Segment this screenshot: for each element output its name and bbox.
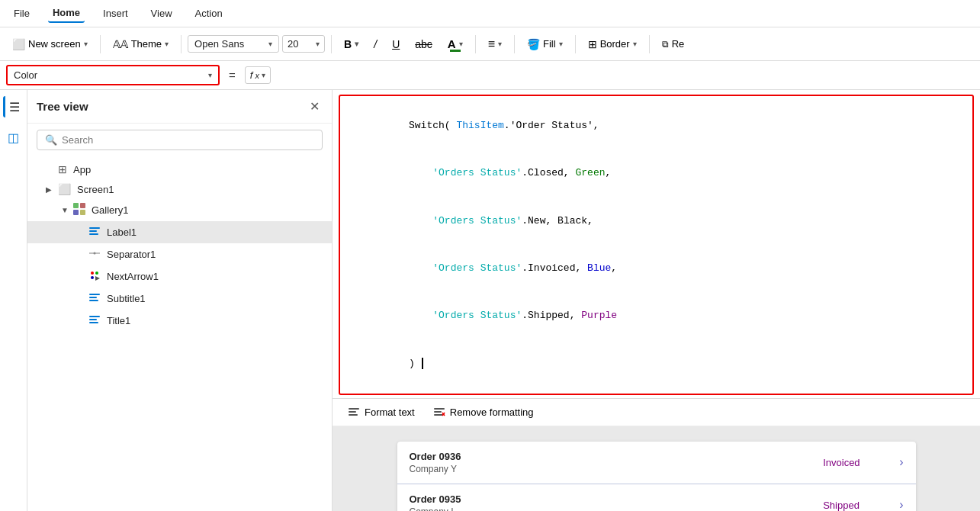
code-invoiced-txt: .Invoiced, [522,262,587,274]
gallery-row-0935[interactable]: Order 0935 Company I Shipped › [397,484,916,511]
theme-label: Theme [131,38,162,50]
tree-item-separator1[interactable]: Separator1 [27,243,332,265]
row-company-0935: Company I [410,506,824,511]
toolbar-separator-4 [475,35,476,53]
code-comma-1: , [606,167,612,178]
theme-button[interactable]: 𝔸𝔸 Theme ▾ [107,35,175,53]
menu-view[interactable]: View [146,5,177,22]
property-bar: Color ▾ = f x ▾ [0,61,980,90]
tree-search-input[interactable] [62,134,314,146]
border-button[interactable]: ⊞ Border ▾ [582,35,643,53]
menu-file[interactable]: File [9,5,34,22]
formula-area: Switch( ThisItem.'Order Status', 'Orders… [333,90,980,399]
tree-label-gallery1: Gallery1 [92,204,128,216]
code-thisitem: ThisItem [451,120,504,131]
new-screen-icon: ⬜ [12,38,25,50]
fx-label2: x [255,71,259,80]
code-close-paren: ) [409,358,415,369]
align-button[interactable]: ≡ ▾ [482,34,508,54]
tree-close-button[interactable]: ✕ [307,98,323,115]
gallery-row-0936[interactable]: Order 0936 Company Y Invoiced › [397,442,916,484]
border-label: Border [600,38,630,50]
code-line-2: 'Orders Status'.Closed, Green, [349,149,963,197]
toolbar-separator-5 [514,35,515,53]
align-chevron-icon: ▾ [498,40,502,48]
row-status-0935: Shipped [823,500,899,511]
layers-button[interactable]: ◫ [3,127,24,148]
code-line-4: 'Orders Status'.Invoiced, Blue, [349,245,963,292]
fill-chevron-icon: ▾ [559,40,563,48]
code-purple-val: Purple [581,310,617,321]
screen-icon: ⬜ [58,183,71,195]
gallery-icon [73,203,85,217]
font-family-select[interactable]: Open Sans ▾ [188,35,279,53]
bold-chevron-icon: ▾ [355,40,358,48]
svg-point-9 [94,252,96,255]
tree-item-screen1[interactable]: ▶ ⬜ Screen1 [27,179,332,199]
reorder-button[interactable]: ⧉ Re [656,35,691,53]
strikethrough-button[interactable]: abc [409,35,439,53]
toolbar-separator-7 [649,35,650,53]
fill-button[interactable]: 🪣 Fill ▾ [521,35,569,53]
preview-canvas: Order 0936 Company Y Invoiced › Order 09… [333,426,980,511]
border-chevron-icon: ▾ [633,40,637,48]
tree-label-separator1: Separator1 [107,249,156,260]
border-icon: ⊞ [588,38,597,50]
code-line-5: 'Orders Status'.Shipped, Purple [349,293,963,340]
font-size-value: 20 [288,38,298,50]
tree-label-subtitle1: Subtitle1 [107,293,146,304]
remove-formatting-button[interactable]: Remove formatting [424,402,543,423]
format-toolbar: Format text Remove formatting [333,399,980,426]
menu-action[interactable]: Action [191,5,227,22]
gallery-card: Order 0936 Company Y Invoiced › Order 09… [397,442,916,511]
format-text-button[interactable]: Format text [339,402,424,423]
code-new-txt: .New, [522,215,557,227]
underline-button[interactable]: U [386,35,406,53]
menu-insert[interactable]: Insert [98,5,133,22]
property-selector[interactable]: Color ▾ [6,65,220,85]
code-orderstatus-field: .'Order Status', [504,120,599,131]
font-size-select[interactable]: 20 ▾ [282,35,325,53]
svg-rect-17 [89,316,100,317]
row-arrow-0936[interactable]: › [899,455,903,469]
fx-chevron-icon: ▾ [262,71,265,79]
new-screen-button[interactable]: ⬜ New screen ▾ [6,35,94,53]
menu-home[interactable]: Home [48,4,85,23]
svg-point-12 [91,276,94,279]
tree-item-app[interactable]: ⊞ App [27,159,332,179]
strikethrough-label: abc [415,38,432,50]
code-shipped-txt: .Shipped, [522,310,581,321]
format-text-label: Format text [365,407,415,418]
tree-item-gallery1[interactable]: ▼ Gallery1 [27,199,332,221]
tree-arrow-gallery1: ▼ [61,206,70,214]
code-indent-2a [409,167,432,178]
italic-button[interactable]: / [368,35,383,53]
fx-button[interactable]: f x ▾ [245,66,271,84]
app-icon: ⊞ [58,163,67,175]
new-screen-chevron-icon: ▾ [84,40,88,48]
code-comma-2: , [587,215,593,227]
font-size-chevron-icon: ▾ [316,40,320,48]
toolbar: ⬜ New screen ▾ 𝔸𝔸 Theme ▾ Open Sans ▾ 20… [0,27,980,61]
tree-header: Tree view ✕ [27,90,332,124]
code-orders-status-1: 'Orders Status' [432,167,522,178]
code-orders-status-4: 'Orders Status' [432,310,522,321]
label-icon [88,225,101,239]
tree-item-title1[interactable]: Title1 [27,310,332,332]
font-color-button[interactable]: A ▾ [442,34,469,53]
bold-button[interactable]: B ▾ [338,35,365,53]
svg-rect-0 [73,203,79,208]
row-arrow-0935[interactable]: › [899,498,903,511]
code-editor[interactable]: Switch( ThisItem.'Order Status', 'Orders… [339,95,974,395]
font-color-label: A [448,37,456,50]
svg-rect-5 [89,230,97,232]
property-chevron-icon: ▾ [208,71,212,79]
new-screen-label: New screen [28,38,81,50]
row-company-0936: Company Y [410,464,824,474]
tree-item-nextarrow1[interactable]: NextArrow1 [27,265,332,288]
tree-item-label1[interactable]: Label1 [27,221,332,243]
tree-search-box[interactable]: 🔍 [37,130,323,150]
hamburger-menu-button[interactable]: ☰ [3,96,24,117]
tree-item-subtitle1[interactable]: Subtitle1 [27,288,332,310]
svg-rect-6 [89,233,98,235]
